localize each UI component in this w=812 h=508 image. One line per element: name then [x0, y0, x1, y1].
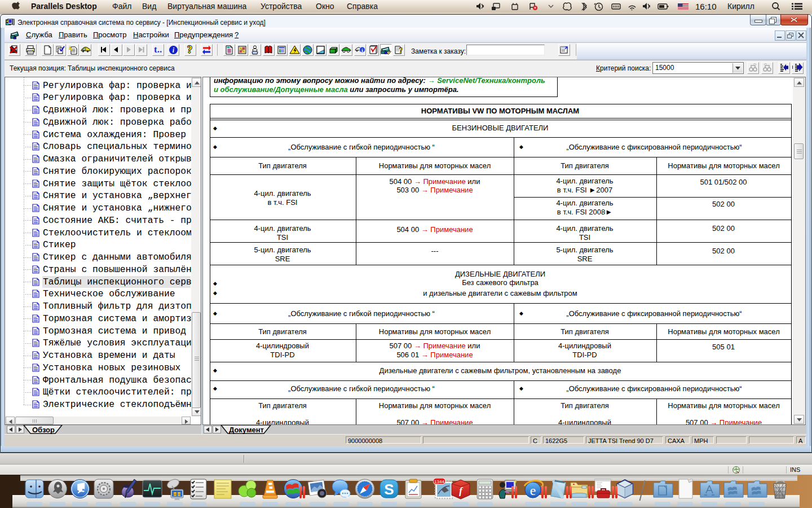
- svg-text:?: ?: [399, 46, 403, 55]
- svg-text:1344: 1344: [434, 479, 444, 484]
- svg-text:e: e: [530, 483, 536, 498]
- svg-text:S: S: [384, 481, 394, 498]
